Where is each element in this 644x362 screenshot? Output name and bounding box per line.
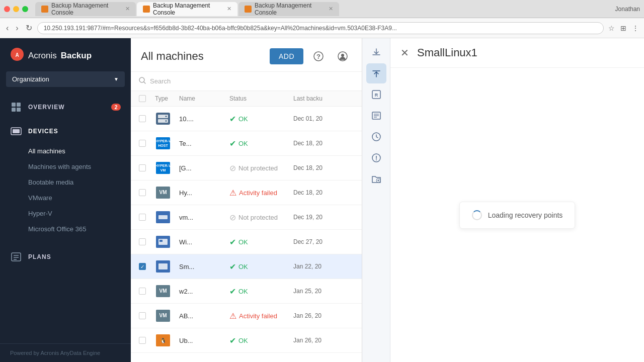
recover-button[interactable] xyxy=(366,63,386,83)
machines-list: 10.... ✔ OK Dec 01, 20 HYPER-VHOST Te... xyxy=(131,107,362,362)
machine-status-8: ✔ OK xyxy=(229,287,293,296)
svg-text:VM: VM xyxy=(160,168,166,172)
add-button[interactable]: ADD xyxy=(270,48,303,64)
sidebar-org-selector[interactable]: Organization ▼ xyxy=(6,71,125,87)
window-controls[interactable] xyxy=(4,6,28,12)
table-row[interactable]: 10.... ✔ OK Dec 01, 20 xyxy=(131,107,362,131)
maximize-window-btn[interactable] xyxy=(22,6,28,12)
download-button[interactable] xyxy=(366,42,386,62)
svg-rect-34 xyxy=(159,240,163,242)
row-checkbox-8[interactable] xyxy=(139,288,146,295)
row-checkbox-3[interactable] xyxy=(139,164,146,171)
register-button[interactable]: R xyxy=(366,84,386,105)
tab-close-3[interactable]: ✕ xyxy=(329,6,333,12)
tab-close-2[interactable]: ✕ xyxy=(227,6,231,12)
status-icon-9: ⚠ xyxy=(229,311,236,321)
forward-button[interactable]: › xyxy=(14,22,20,35)
user-button[interactable] xyxy=(334,47,352,65)
table-row[interactable]: vm... ⊘ Not protected Dec 19, 20 xyxy=(131,205,362,230)
svg-text:VM: VM xyxy=(159,313,167,318)
svg-rect-4 xyxy=(12,108,16,112)
status-icon-3: ⊘ xyxy=(229,163,236,173)
sidebar-item-microsoft-office-365[interactable]: Microsoft Office 365 xyxy=(28,221,131,237)
status-text-1: OK xyxy=(238,115,248,123)
status-icon-5: ⊘ xyxy=(229,213,236,222)
select-all-checkbox[interactable] xyxy=(139,95,146,102)
machine-name-1: 10.... xyxy=(179,115,229,123)
row-checkbox-7[interactable]: ✓ xyxy=(139,263,146,270)
detail-title: SmallLinux1 xyxy=(417,46,477,59)
sidebar-item-hyper-v[interactable]: Hyper-V xyxy=(28,206,131,221)
table-row[interactable]: 🐧 Ub... ✔ OK Jan 26, 20 xyxy=(131,328,362,353)
svg-text:R: R xyxy=(374,93,378,98)
status-icon-7: ✔ xyxy=(229,262,236,272)
svg-rect-3 xyxy=(17,103,21,107)
status-text-6: OK xyxy=(238,238,248,246)
svg-rect-36 xyxy=(158,263,168,269)
table-row[interactable]: VM w2... ✔ OK Jan 25, 20 xyxy=(131,279,362,304)
table-row[interactable]: ✓ Sm... ✔ OK Jan 22, 20 xyxy=(131,254,362,279)
extensions-icon[interactable]: ⊞ xyxy=(619,24,628,33)
table-row[interactable]: VM Hy... ⚠ Activity failed Dec 18, 20 xyxy=(131,180,362,205)
app-container: A Acronis Backup Organization ▼ xyxy=(0,38,644,362)
col-name: Name xyxy=(179,95,229,102)
search-input[interactable] xyxy=(150,77,354,85)
type-icon-7 xyxy=(155,259,171,274)
overview-icon xyxy=(10,101,22,113)
row-checkbox-4[interactable] xyxy=(139,189,146,196)
status-text-3: Not protected xyxy=(238,164,278,172)
sidebar-item-devices[interactable]: DEVICES xyxy=(0,119,131,143)
machine-date-1: Dec 01, 20 xyxy=(293,115,354,122)
row-checkbox-5[interactable] xyxy=(139,214,146,221)
bookmark-icon[interactable]: ☆ xyxy=(607,24,616,33)
type-icon-4: VM xyxy=(155,186,171,200)
row-checkbox-2[interactable] xyxy=(139,140,146,147)
row-checkbox-1[interactable] xyxy=(139,115,146,122)
detail-close-button[interactable]: ✕ xyxy=(400,47,409,59)
status-text-8: OK xyxy=(238,288,248,295)
alert-button[interactable]: ! xyxy=(366,148,386,168)
table-row[interactable]: HYPER-VHOST Te... ✔ OK Dec 18, 20 xyxy=(131,131,362,156)
svg-text:VM: VM xyxy=(159,288,167,294)
browser-tab-1[interactable]: Backup Management Console ✕ xyxy=(35,2,136,16)
machine-date-9: Jan 26, 20 xyxy=(293,312,354,319)
help-button[interactable]: ? xyxy=(309,47,328,65)
sidebar-item-plans[interactable]: PLANS xyxy=(0,245,131,269)
table-row[interactable]: HYPER-VVM [G... ⊘ Not protected Dec 18, … xyxy=(131,156,362,180)
col-last-backup: Last backu xyxy=(293,95,354,102)
reload-button[interactable]: ↻ xyxy=(24,21,34,35)
browser-tab-3[interactable]: Backup Management Console ✕ xyxy=(238,2,339,16)
table-row[interactable]: Wi... ✔ OK Dec 27, 20 xyxy=(131,230,362,254)
machine-name-5: vm... xyxy=(179,214,229,221)
row-checkbox-9[interactable] xyxy=(139,312,146,319)
user-icon xyxy=(338,51,348,61)
machine-name-10: Ub... xyxy=(179,337,229,344)
machines-table-header: Type Name Status Last backu xyxy=(131,91,362,107)
schedule-button[interactable] xyxy=(366,127,386,147)
sidebar-item-machines-with-agents[interactable]: Machines with agents xyxy=(28,159,131,174)
details-button[interactable] xyxy=(366,106,386,126)
tab-favicon-3 xyxy=(245,6,252,13)
sidebar-item-bootable-media[interactable]: Bootable media xyxy=(28,174,131,190)
sidebar-item-overview[interactable]: OVERVIEW 2 xyxy=(0,95,131,119)
browser-tabs: Backup Management Console ✕ Backup Manag… xyxy=(35,2,612,16)
back-button[interactable]: ‹ xyxy=(4,22,11,35)
sidebar-item-all-machines[interactable]: All machines xyxy=(28,143,131,159)
tab-close-1[interactable]: ✕ xyxy=(125,6,130,12)
nav-sub-items: All machines Machines with agents Bootab… xyxy=(0,143,131,237)
status-text-2: OK xyxy=(238,140,248,147)
svg-text:🐧: 🐧 xyxy=(160,337,167,344)
browser-tab-2[interactable]: Backup Management Console ✕ xyxy=(137,2,237,16)
sidebar-item-vmware[interactable]: VMware xyxy=(28,190,131,206)
machine-status-1: ✔ OK xyxy=(229,114,293,124)
close-window-btn[interactable] xyxy=(4,6,10,12)
table-row[interactable]: VM AB... ⚠ Activity failed Jan 26, 20 xyxy=(131,304,362,328)
help-icon: ? xyxy=(313,51,324,61)
row-checkbox-10[interactable] xyxy=(139,337,146,344)
add-folder-button[interactable] xyxy=(366,169,386,189)
minimize-window-btn[interactable] xyxy=(13,6,19,12)
row-checkbox-6[interactable] xyxy=(139,238,146,245)
address-bar[interactable]: 10.250.193.191:9877/#m=Resources&s=f656d… xyxy=(37,22,604,34)
machine-date-8: Jan 25, 20 xyxy=(293,288,354,295)
settings-icon[interactable]: ⋮ xyxy=(631,24,640,33)
